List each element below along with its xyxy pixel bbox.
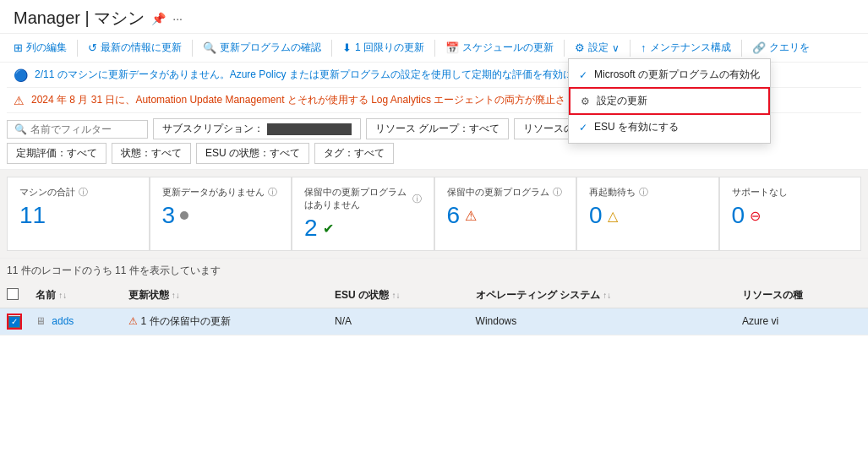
status-filter[interactable]: 状態：すべて bbox=[112, 143, 191, 164]
edit-columns-button[interactable]: ⊞ 列の編集 bbox=[7, 37, 74, 58]
card-reboot-value: 0 △ bbox=[589, 202, 707, 229]
gear-icon: ⚙ bbox=[575, 41, 585, 54]
check-icon-esu: ✓ bbox=[579, 122, 587, 134]
pin-icon[interactable]: 📌 bbox=[151, 12, 166, 25]
update-settings-item[interactable]: ⚙ 設定の更新 bbox=[569, 87, 770, 115]
th-checkbox bbox=[0, 283, 29, 308]
warning-status-icon: ⚠ bbox=[128, 315, 138, 327]
query-button[interactable]: 🔗 クエリを bbox=[745, 37, 816, 58]
info-circle-icon-nopend: ⓘ bbox=[412, 193, 422, 205]
more-icon[interactable]: ··· bbox=[172, 12, 183, 25]
esu-status-label: ESU の状態：すべて bbox=[205, 146, 300, 161]
info-circle-icon-reboot: ⓘ bbox=[639, 186, 648, 199]
card-no-data: 更新データがありません ⓘ 3 bbox=[150, 177, 292, 251]
info-circle-icon-pend: ⓘ bbox=[553, 186, 562, 199]
grid-icon: ⊞ bbox=[14, 41, 23, 54]
summary-cards-section: マシンの合計 ⓘ 11 更新データがありません ⓘ 3 保 bbox=[0, 170, 868, 259]
maintenance-button[interactable]: ↑ メンテナンス構成 bbox=[634, 37, 738, 58]
settings-button[interactable]: ⚙ 設定 ∨ bbox=[568, 37, 626, 58]
yellow-badge: △ bbox=[608, 208, 618, 224]
row-checkbox[interactable]: ✓ bbox=[8, 316, 20, 328]
maintenance-icon: ↑ bbox=[641, 41, 647, 54]
subscription-value bbox=[267, 123, 352, 135]
sort-update-icon: ↑↓ bbox=[172, 291, 180, 300]
resource-group-filter[interactable]: リソース グループ：すべて bbox=[366, 118, 509, 139]
settings-dropdown-menu: ✓ Microsoft の更新プログラムの有効化 ⚙ 設定の更新 ✓ ESU を… bbox=[568, 58, 771, 144]
card-total-title: マシンの合計 ⓘ bbox=[19, 186, 137, 199]
periodic-eval-filter[interactable]: 定期評価：すべて bbox=[7, 143, 106, 164]
toolbar: ⊞ 列の編集 ↺ 最新の情報に更新 🔍 更新プログラムの確認 ⬇ 1 回限りの更… bbox=[0, 34, 868, 63]
row-checkbox-cell: ✓ bbox=[0, 308, 29, 335]
header: Manager | マシン 📌 ··· bbox=[0, 0, 868, 34]
card-no-data-title: 更新データがありません ⓘ bbox=[162, 186, 280, 199]
check-icon-ms: ✓ bbox=[579, 69, 587, 81]
one-time-update-button[interactable]: ⬇ 1 回限りの更新 bbox=[336, 37, 431, 58]
row-os-cell: Windows bbox=[469, 308, 735, 335]
calendar-icon: 📅 bbox=[445, 41, 459, 54]
divider-1 bbox=[77, 40, 78, 57]
th-name[interactable]: 名前 ↑↓ bbox=[29, 283, 122, 308]
red-badge: ⊖ bbox=[750, 208, 761, 224]
orange-badge: ⚠ bbox=[465, 208, 477, 224]
info-icon: 🔵 bbox=[14, 68, 28, 82]
name-filter-input[interactable]: 🔍 bbox=[7, 120, 148, 139]
info-circle-icon-total: ⓘ bbox=[79, 186, 88, 199]
card-total: マシンの合計 ⓘ 11 bbox=[7, 177, 150, 251]
th-update-status[interactable]: 更新状態 ↑↓ bbox=[122, 283, 329, 308]
info-circle-icon-nodata: ⓘ bbox=[268, 186, 277, 199]
ms-updates-item[interactable]: ✓ Microsoft の更新プログラムの有効化 bbox=[569, 63, 770, 87]
records-count: 11 件のレコードのうち 11 件を表示しています bbox=[7, 264, 221, 276]
card-no-pending-title: 保留中の更新プログラムはありません ⓘ bbox=[304, 186, 422, 211]
machine-name-link[interactable]: adds bbox=[52, 315, 74, 327]
card-no-support-value: 0 ⊖ bbox=[732, 202, 849, 229]
red-highlight-box: ✓ bbox=[7, 314, 22, 330]
warning-icon: ⚠ bbox=[14, 94, 25, 107]
periodic-eval-label: 定期評価：すべて bbox=[16, 146, 97, 161]
card-reboot-title: 再起動待ち ⓘ bbox=[589, 186, 707, 199]
records-info: 11 件のレコードのうち 11 件を表示しています bbox=[0, 259, 868, 283]
card-no-pending-value: 2 ✔ bbox=[304, 215, 422, 242]
card-no-pending: 保留中の更新プログラムはありません ⓘ 2 ✔ bbox=[292, 177, 434, 251]
subscription-filter[interactable]: サブスクリプション： bbox=[153, 118, 361, 139]
gear-icon-settings: ⚙ bbox=[581, 95, 590, 107]
select-all-checkbox[interactable] bbox=[7, 288, 19, 300]
sort-esu-icon: ↑↓ bbox=[391, 291, 400, 300]
machines-table: 名前 ↑↓ 更新状態 ↑↓ ESU の状態 ↑↓ オペレーティング シ bbox=[0, 283, 868, 335]
th-esu-status[interactable]: ESU の状態 ↑↓ bbox=[328, 283, 469, 308]
esu-status-filter[interactable]: ESU の状態：すべて bbox=[196, 143, 309, 164]
table-wrap: 名前 ↑↓ 更新状態 ↑↓ ESU の状態 ↑↓ オペレーティング シ bbox=[0, 283, 868, 469]
sort-name-icon: ↑↓ bbox=[58, 291, 67, 300]
th-resource[interactable]: リソースの種 bbox=[735, 283, 868, 308]
row-name-cell: 🖥 adds bbox=[29, 308, 122, 335]
card-reboot: 再起動待ち ⓘ 0 △ bbox=[576, 177, 719, 251]
filter-row-2: 定期評価：すべて 状態：すべて ESU の状態：すべて タグ：すべて bbox=[7, 143, 861, 164]
update-status-badge: ⚠ 1 件の保留中の更新 bbox=[128, 314, 322, 329]
sort-os-icon: ↑↓ bbox=[603, 291, 611, 300]
header-title-bar: Manager | マシン 📌 ··· bbox=[14, 7, 854, 30]
filter-search-icon: 🔍 bbox=[14, 123, 27, 135]
row-update-status-cell: ⚠ 1 件の保留中の更新 bbox=[122, 308, 329, 335]
divider-2 bbox=[192, 40, 193, 57]
green-badge: ✔ bbox=[323, 221, 334, 237]
server-icon: 🖥 bbox=[35, 315, 46, 327]
tag-filter[interactable]: タグ：すべて bbox=[314, 143, 394, 164]
checkmark-icon: ✓ bbox=[11, 317, 18, 326]
resource-group-label: リソース グループ：すべて bbox=[375, 122, 500, 136]
card-no-support: サポートなし 0 ⊖ bbox=[719, 177, 862, 251]
card-no-support-title: サポートなし bbox=[732, 186, 849, 199]
table-header-row: 名前 ↑↓ 更新状態 ↑↓ ESU の状態 ↑↓ オペレーティング シ bbox=[0, 283, 868, 308]
card-pending: 保留中の更新プログラム ⓘ 6 ⚠ bbox=[434, 177, 577, 251]
check-updates-button[interactable]: 🔍 更新プログラムの確認 bbox=[196, 37, 328, 58]
name-filter-field[interactable] bbox=[30, 123, 140, 135]
refresh-button[interactable]: ↺ 最新の情報に更新 bbox=[81, 37, 188, 58]
settings-dropdown-container: ⚙ 設定 ∨ ✓ Microsoft の更新プログラムの有効化 ⚙ 設定の更新 … bbox=[568, 37, 626, 58]
divider-3 bbox=[331, 40, 332, 57]
th-os[interactable]: オペレーティング システム ↑↓ bbox=[469, 283, 735, 308]
page-title: Manager | マシン bbox=[14, 7, 145, 30]
refresh-icon: ↺ bbox=[88, 41, 97, 54]
schedule-button[interactable]: 📅 スケジュールの更新 bbox=[439, 37, 560, 58]
page: Manager | マシン 📌 ··· ⊞ 列の編集 ↺ 最新の情報に更新 🔍 … bbox=[0, 0, 868, 469]
esu-item[interactable]: ✓ ESU を有効にする bbox=[569, 115, 770, 139]
tag-label: タグ：すべて bbox=[324, 146, 385, 161]
query-icon: 🔗 bbox=[752, 41, 766, 54]
